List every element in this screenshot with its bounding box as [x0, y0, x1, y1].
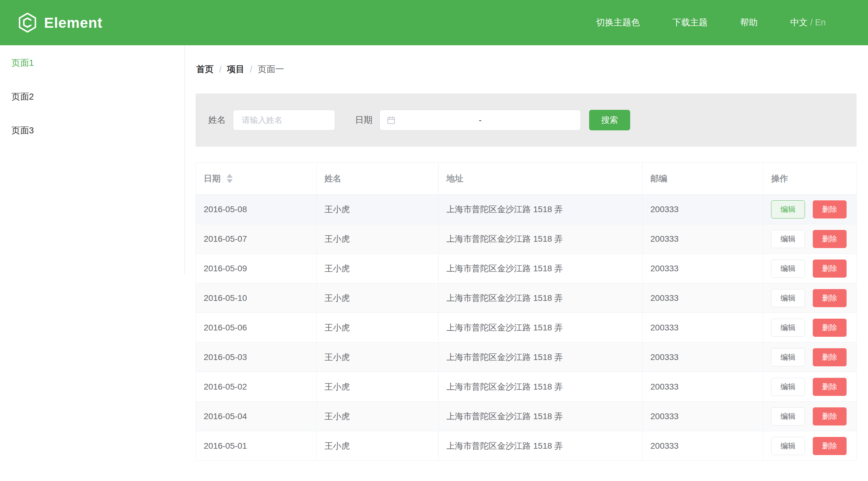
delete-button[interactable]: 删除 — [813, 378, 846, 396]
edit-button[interactable]: 编辑 — [771, 230, 805, 248]
calendar-icon — [386, 116, 396, 125]
breadcrumb-separator: / — [219, 65, 221, 74]
lang-en[interactable]: En — [815, 18, 826, 27]
cell-actions: 编辑 删除 — [763, 402, 857, 431]
cell-actions: 编辑 删除 — [763, 372, 857, 402]
date-range-picker[interactable]: - — [380, 110, 581, 130]
cell-date: 2016-05-09 — [196, 254, 317, 283]
sort-asc-icon[interactable] — [227, 174, 233, 178]
cell-actions: 编辑 删除 — [763, 313, 857, 343]
cell-zip: 200333 — [643, 254, 763, 283]
edit-button[interactable]: 编辑 — [771, 378, 805, 396]
nav-help[interactable]: 帮助 — [740, 17, 757, 29]
header-nav: 切换主题色 下载主题 帮助 中文 / En — [596, 17, 826, 29]
cell-actions: 编辑 删除 — [763, 224, 857, 254]
breadcrumb: 首页 / 项目 / 页面一 — [196, 63, 857, 75]
cell-address: 上海市普陀区金沙江路 1518 弄 — [438, 195, 643, 224]
main-content: 首页 / 项目 / 页面一 姓名 日期 - — [185, 45, 868, 461]
search-panel: 姓名 日期 - 搜索 — [195, 94, 857, 147]
delete-button[interactable]: 删除 — [813, 259, 846, 278]
delete-button[interactable]: 删除 — [813, 319, 846, 337]
cell-actions: 编辑 删除 — [763, 254, 857, 283]
edit-button[interactable]: 编辑 — [771, 259, 805, 278]
cell-name: 王小虎 — [317, 372, 438, 402]
cell-name: 王小虎 — [317, 431, 438, 461]
table-row[interactable]: 2016-05-03 王小虎 上海市普陀区金沙江路 1518 弄 200333 … — [196, 343, 857, 372]
cell-name: 王小虎 — [317, 195, 438, 224]
delete-button[interactable]: 删除 — [813, 200, 846, 219]
delete-button[interactable]: 删除 — [813, 407, 846, 425]
cell-date: 2016-05-04 — [196, 402, 317, 431]
cell-date: 2016-05-03 — [196, 343, 317, 372]
cell-name: 王小虎 — [317, 224, 438, 254]
sort-desc-icon[interactable] — [227, 179, 233, 183]
breadcrumb-project[interactable]: 项目 — [227, 63, 245, 75]
column-header-date[interactable]: 日期 — [196, 163, 317, 195]
cell-name: 王小虎 — [317, 402, 438, 431]
table-row[interactable]: 2016-05-02 王小虎 上海市普陀区金沙江路 1518 弄 200333 … — [196, 372, 857, 402]
breadcrumb-home[interactable]: 首页 — [196, 63, 214, 75]
edit-button[interactable]: 编辑 — [771, 289, 805, 307]
cell-date: 2016-05-01 — [196, 431, 317, 461]
sidebar-item-page2[interactable]: 页面2 — [0, 80, 184, 114]
sort-icon[interactable] — [227, 174, 233, 183]
name-label: 姓名 — [208, 114, 226, 126]
cell-zip: 200333 — [643, 343, 763, 372]
breadcrumb-separator: / — [250, 65, 252, 74]
cell-zip: 200333 — [643, 224, 763, 254]
edit-button[interactable]: 编辑 — [771, 407, 805, 425]
table-row[interactable]: 2016-05-04 王小虎 上海市普陀区金沙江路 1518 弄 200333 … — [196, 402, 857, 431]
cell-zip: 200333 — [643, 431, 763, 461]
cell-address: 上海市普陀区金沙江路 1518 弄 — [438, 254, 643, 283]
page-layout: 页面1 页面2 页面3 首页 / 项目 / 页面一 姓名 日期 — [0, 45, 868, 461]
sidebar-item-page1[interactable]: 页面1 — [0, 46, 184, 80]
column-header-actions: 操作 — [763, 163, 857, 195]
table-body: 2016-05-08 王小虎 上海市普陀区金沙江路 1518 弄 200333 … — [196, 195, 857, 461]
cell-address: 上海市普陀区金沙江路 1518 弄 — [438, 402, 643, 431]
table-row[interactable]: 2016-05-06 王小虎 上海市普陀区金沙江路 1518 弄 200333 … — [196, 313, 857, 343]
nav-switch-theme[interactable]: 切换主题色 — [596, 17, 640, 29]
nav-download-theme[interactable]: 下载主题 — [673, 17, 707, 29]
delete-button[interactable]: 删除 — [813, 348, 846, 366]
cell-address: 上海市普陀区金沙江路 1518 弄 — [438, 313, 643, 343]
cell-address: 上海市普陀区金沙江路 1518 弄 — [438, 431, 643, 461]
table-row[interactable]: 2016-05-08 王小虎 上海市普陀区金沙江路 1518 弄 200333 … — [196, 195, 857, 224]
cell-address: 上海市普陀区金沙江路 1518 弄 — [438, 343, 643, 372]
brand-name: Element — [44, 14, 103, 31]
lang-divider: / — [810, 18, 815, 27]
name-input[interactable] — [233, 110, 335, 130]
edit-button[interactable]: 编辑 — [771, 437, 805, 455]
delete-button[interactable]: 删除 — [813, 230, 846, 248]
table-row[interactable]: 2016-05-07 王小虎 上海市普陀区金沙江路 1518 弄 200333 … — [196, 224, 857, 254]
table-row[interactable]: 2016-05-10 王小虎 上海市普陀区金沙江路 1518 弄 200333 … — [196, 283, 857, 313]
cell-name: 王小虎 — [317, 313, 438, 343]
cell-actions: 编辑 删除 — [763, 283, 857, 313]
table-row[interactable]: 2016-05-09 王小虎 上海市普陀区金沙江路 1518 弄 200333 … — [196, 254, 857, 283]
sidebar: 页面1 页面2 页面3 — [0, 45, 185, 275]
cell-date: 2016-05-02 — [196, 372, 317, 402]
delete-button[interactable]: 删除 — [813, 437, 846, 455]
sidebar-item-page3[interactable]: 页面3 — [0, 114, 184, 147]
date-label: 日期 — [355, 114, 372, 126]
edit-button[interactable]: 编辑 — [771, 348, 805, 366]
search-button[interactable]: 搜索 — [589, 110, 630, 130]
language-switcher[interactable]: 中文 / En — [790, 17, 826, 29]
edit-button[interactable]: 编辑 — [771, 319, 805, 337]
cell-address: 上海市普陀区金沙江路 1518 弄 — [438, 224, 643, 254]
edit-button[interactable]: 编辑 — [771, 200, 805, 219]
cell-zip: 200333 — [643, 313, 763, 343]
column-header-zip: 邮编 — [643, 163, 763, 195]
cell-name: 王小虎 — [317, 343, 438, 372]
brand[interactable]: Element — [17, 12, 103, 33]
cell-actions: 编辑 删除 — [763, 431, 857, 461]
column-header-address: 地址 — [438, 163, 643, 195]
cell-address: 上海市普陀区金沙江路 1518 弄 — [438, 372, 643, 402]
cell-name: 王小虎 — [317, 283, 438, 313]
cell-date: 2016-05-08 — [196, 195, 317, 224]
lang-zh[interactable]: 中文 — [790, 18, 808, 27]
table-row[interactable]: 2016-05-01 王小虎 上海市普陀区金沙江路 1518 弄 200333 … — [196, 431, 857, 461]
data-table: 日期 姓名 地址 邮编 操作 2016-05-08 王小虎 上 — [195, 162, 857, 461]
cell-date: 2016-05-10 — [196, 283, 317, 313]
cell-zip: 200333 — [643, 195, 763, 224]
delete-button[interactable]: 删除 — [813, 289, 846, 307]
